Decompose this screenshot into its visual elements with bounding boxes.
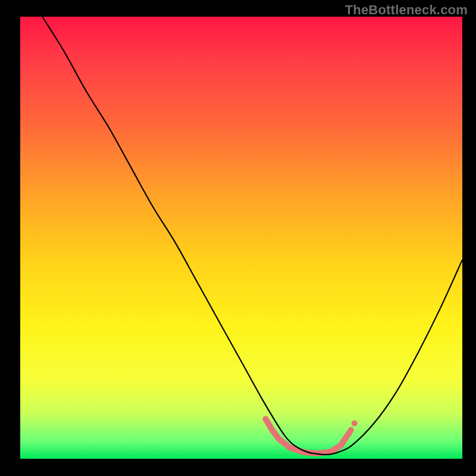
chart-svg xyxy=(20,17,462,459)
plot-area xyxy=(20,17,462,459)
marker-segment xyxy=(345,432,349,439)
watermark-text: TheBottleneck.com xyxy=(345,2,468,18)
bottleneck-curve xyxy=(42,17,462,455)
marker-dot xyxy=(348,427,354,433)
marker-layer xyxy=(265,419,357,453)
chart-frame: TheBottleneck.com xyxy=(0,0,476,476)
marker-dot xyxy=(352,421,358,427)
